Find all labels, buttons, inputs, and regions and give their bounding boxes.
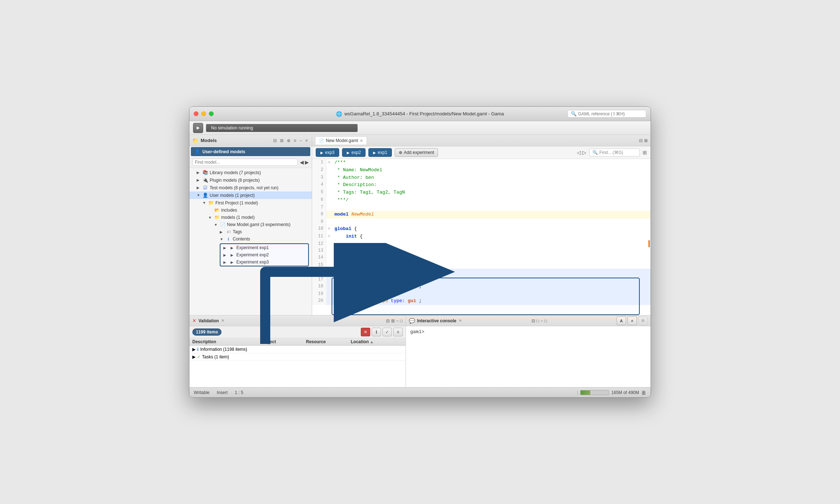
code-line-11: 11 ⊖ init { (312, 233, 651, 240)
run-exp2-button[interactable]: ▶ exp2 (342, 148, 366, 157)
tree-item-exp1[interactable]: ▶ Experiment exp1 (220, 244, 308, 251)
back-nav-icon[interactable]: ◁ (577, 150, 581, 155)
validation-panel: ✕ Validation ✕ ⊟ ⊞ − □ 1199 items ✕ ℹ ✓ … (189, 315, 406, 387)
console-expand-icon[interactable]: □ (537, 318, 539, 323)
run-exp1-button[interactable]: ▶ exp1 (368, 148, 392, 157)
console-max-icon[interactable]: □ (544, 318, 547, 323)
tree-item-library-models[interactable]: 📚 Library models (7 projects) (189, 169, 312, 176)
console-close-tab[interactable]: ✕ (459, 318, 462, 323)
expand-arrow-library (197, 171, 201, 174)
tree-item-new-model-gaml[interactable]: 📄 New Model.gaml (3 experiments) (189, 221, 312, 228)
new-model-tab[interactable]: 📄 New Model.gaml ✕ (315, 136, 367, 145)
val-list-button[interactable]: ≡ (393, 328, 403, 336)
code-line-12: 12 (312, 240, 651, 247)
tree-item-first-project[interactable]: 📁 First Project (1 model) (189, 199, 312, 207)
console-title: Interactive console (417, 318, 456, 323)
interactive-console-panel: 💬 Interactive console ✕ ⊟ □ − □ A A ⊘ ga… (406, 315, 651, 387)
user-defined-models-header[interactable]: 👤 User-defined models (191, 147, 310, 156)
tree-item-user-models[interactable]: 👤 User models (1 project) (189, 191, 312, 199)
console-disable-button[interactable]: ⊘ (638, 317, 648, 325)
val-info-button[interactable]: ℹ (372, 328, 381, 336)
minimize-button[interactable] (201, 111, 206, 116)
add-experiment-button[interactable]: ⊕ Add experiment (395, 148, 438, 157)
val-clear-button[interactable]: ✕ (361, 328, 370, 336)
val-min-icon[interactable]: ⊟ (386, 318, 390, 323)
tree-item-test-models[interactable]: ☑ Test models (8 projects, not yet run) (189, 184, 312, 191)
titlebar: 🌐 wsGamaRel_1.8_334544454 - First Projec… (189, 107, 651, 121)
tasks-expand-arrow: ▶ (192, 354, 196, 359)
close-button[interactable] (194, 111, 198, 116)
code-line-3: 3 * Author: ben (312, 174, 651, 182)
tree-item-contents[interactable]: ℹ Contents (189, 235, 312, 243)
val-close-icon[interactable]: − (396, 318, 399, 323)
tags-icon: 🏷 (226, 230, 231, 234)
console-content: gaml> (406, 326, 651, 387)
minus-panel-icon[interactable]: − (298, 138, 303, 143)
tree-item-exp2[interactable]: ▶ Experiment exp2 (220, 251, 308, 258)
run-button[interactable] (193, 123, 203, 133)
editor-toolbar-right: ◁ ▷ 🔍 Find... (⌘G) ⊞ (577, 149, 647, 156)
console-a-button[interactable]: A (617, 317, 626, 325)
code-line-15: 15 (312, 262, 651, 269)
gaml-reference-search-input[interactable] (578, 111, 643, 116)
console-close-icon[interactable]: − (541, 318, 543, 323)
link-panel-icon[interactable]: ⊕ (286, 138, 292, 143)
experiment-toolbar: ▶ exp3 ▶ exp2 ▶ exp1 ⊕ Add experiment (312, 146, 651, 159)
validation-row-info[interactable]: ▶ ℹ Information (1198 items) (189, 346, 406, 353)
find-input[interactable]: 🔍 Find... (⌘G) (589, 149, 640, 156)
minimize-panel-icon[interactable]: ⊟ (272, 138, 278, 143)
trash-button[interactable]: 🗑 (641, 390, 646, 395)
memory-fill (581, 390, 590, 395)
editor-nav: ◁ ▷ (577, 150, 586, 155)
tree-item-tags[interactable]: 🏷 Tags (189, 228, 312, 235)
code-line-1: 1 ⊖ /*** (312, 159, 651, 167)
search-icon-small: 🔍 (592, 150, 598, 155)
layout-options-icon[interactable]: ⊞ (643, 150, 647, 155)
tree-item-exp3[interactable]: ▶ Experiment exp3 (220, 258, 308, 266)
close-tab-icon[interactable]: ✕ (360, 138, 363, 143)
val-grid-icon[interactable]: ⊞ (391, 318, 395, 323)
library-models-label: Library models (7 projects) (210, 170, 261, 175)
code-line-18: 18 experiment exp2 type: gui ; (312, 283, 651, 291)
exp2-label: Experiment exp2 (236, 252, 269, 257)
val-expand-icon[interactable]: □ (400, 318, 403, 323)
panel-layout-icon[interactable]: ⊟ (639, 138, 643, 143)
back-arrow-icon[interactable]: ◀ (300, 159, 304, 165)
tree-item-models[interactable]: 📁 models (1 model) (189, 214, 312, 221)
expand-arrow-models (208, 216, 213, 220)
validation-close-tab[interactable]: ✕ (221, 318, 224, 323)
close-panel-icon[interactable]: × (304, 138, 309, 143)
models-folder-icon-sm: 📁 (214, 215, 220, 220)
find-model-input[interactable] (192, 159, 298, 166)
exp1-btn-label: exp1 (378, 150, 387, 155)
status-writable: Writable (194, 390, 210, 395)
code-editor[interactable]: 1 ⊖ /*** 2 * Name: NewModel 3 * Au (312, 159, 651, 315)
exp1-icon: ▶ (229, 246, 235, 250)
run-exp3-button[interactable]: ▶ exp3 (316, 148, 339, 157)
forward-nav-icon[interactable]: ▷ (582, 150, 586, 155)
panel-expand-icon[interactable]: ⊠ (644, 138, 648, 143)
maximize-button[interactable] (209, 111, 214, 116)
expand-panel-icon[interactable]: ⊞ (279, 138, 285, 143)
val-check-button[interactable]: ✓ (382, 328, 392, 336)
exp2-arrow (223, 253, 228, 257)
forward-arrow-icon[interactable]: ▶ (305, 159, 309, 165)
console-a-small-button[interactable]: A (627, 317, 637, 325)
exp3-btn-label: exp3 (325, 150, 334, 155)
plugin-models-label: Plugin models (8 projects) (210, 178, 260, 183)
tree-item-plugin-models[interactable]: 🔌 Plugin models (8 projects) (189, 176, 312, 184)
info-expand-arrow: ▶ (192, 347, 196, 352)
play-exp2-icon: ▶ (347, 151, 350, 155)
tree-item-includes[interactable]: 📂 includes (189, 207, 312, 214)
titlebar-search[interactable]: 🔍 (568, 110, 646, 118)
code-line-7: 7 (312, 204, 651, 211)
menu-panel-icon[interactable]: ≡ (293, 138, 297, 143)
console-min-icon[interactable]: ⊟ (531, 318, 535, 323)
info-row-expand: ▶ ℹ Information (1198 items) (192, 347, 260, 352)
gaml-file-icon: 📄 (220, 222, 226, 227)
tab-label: New Model.gaml (326, 138, 358, 143)
status-mode: Insert (217, 390, 228, 395)
validation-row-tasks[interactable]: ▶ ✓ Tasks (1 item) (189, 353, 406, 361)
window-title: 🌐 wsGamaRel_1.8_334544454 - First Projec… (336, 111, 504, 117)
contents-label: Contents (233, 236, 250, 242)
